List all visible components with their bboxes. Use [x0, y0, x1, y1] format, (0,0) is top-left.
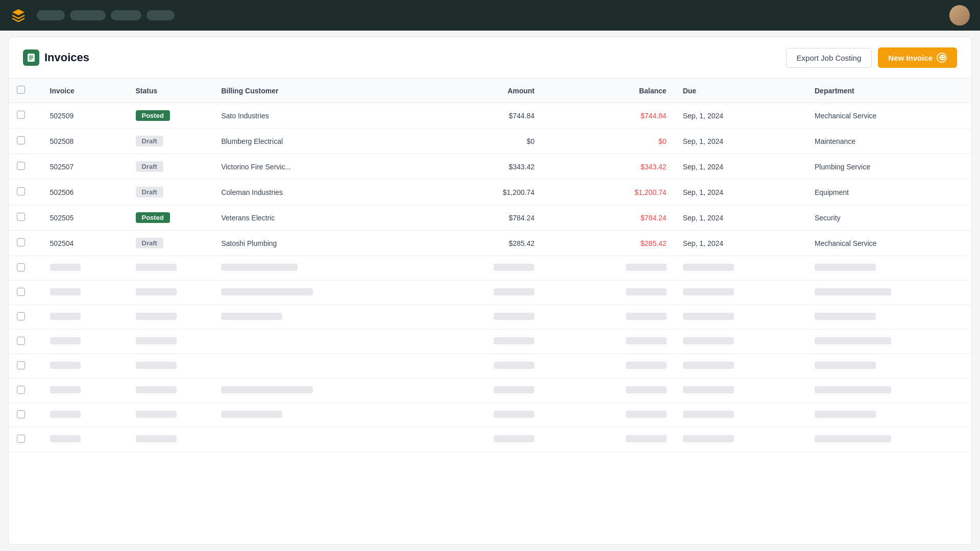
row-status: Draft [128, 231, 213, 256]
skeleton-row [9, 428, 971, 452]
row-checkbox[interactable] [17, 136, 25, 144]
skeleton-row [9, 379, 971, 403]
col-header-customer[interactable]: Billing Customer [213, 79, 411, 103]
skeleton-bar [815, 288, 891, 295]
skeleton-bar [136, 411, 177, 418]
row-customer: Veterans Electric [213, 205, 411, 231]
col-header-invoice[interactable]: Invoice [42, 79, 128, 103]
skeleton-checkbox[interactable] [17, 361, 25, 369]
skeleton-row [9, 305, 971, 330]
skeleton-cell [411, 403, 543, 428]
col-header-status[interactable]: Status [128, 79, 213, 103]
app-logo[interactable] [10, 7, 27, 23]
nav-pill-4[interactable] [146, 10, 175, 20]
row-due: Sep, 1, 2024 [675, 231, 806, 256]
status-badge: Draft [136, 136, 163, 146]
skeleton-checkbox[interactable] [17, 410, 25, 418]
skeleton-bar [815, 411, 876, 418]
skeleton-bar [683, 435, 734, 442]
row-due: Sep, 1, 2024 [675, 103, 806, 129]
skeleton-cell [42, 379, 128, 403]
row-checkbox[interactable] [17, 111, 25, 119]
row-balance: $744.84 [543, 103, 674, 129]
row-department: Equipment [806, 180, 971, 205]
skeleton-bar [683, 337, 734, 344]
skeleton-cell [42, 330, 128, 354]
row-checkbox[interactable] [17, 238, 25, 246]
row-department: Mechanical Service [806, 103, 971, 129]
row-amount: $744.84 [411, 103, 543, 129]
table-row[interactable]: 502508 Draft Blumberg Electrical $0 $0 S… [9, 129, 971, 154]
table-row[interactable]: 502505 Posted Veterans Electric $784.24 … [9, 205, 971, 231]
table-row[interactable]: 502509 Posted Sato Industries $744.84 $7… [9, 103, 971, 129]
skeleton-bar [136, 288, 177, 295]
skeleton-check [9, 403, 42, 428]
row-due: Sep, 1, 2024 [675, 154, 806, 180]
table-row[interactable]: 502507 Draft Victorino Fire Servic... $3… [9, 154, 971, 180]
col-header-department[interactable]: Department [806, 79, 971, 103]
invoices-icon [23, 49, 39, 66]
skeleton-cell [213, 403, 411, 428]
skeleton-cell [675, 281, 806, 305]
skeleton-cell [806, 305, 971, 330]
skeleton-bar [221, 288, 313, 295]
skeleton-bar [494, 362, 534, 369]
skeleton-cell [42, 354, 128, 379]
row-invoice-number: 502506 [42, 180, 128, 205]
skeleton-bar [683, 288, 734, 295]
export-job-costing-button[interactable]: Export Job Costing [786, 48, 872, 68]
col-header-balance[interactable]: Balance [543, 79, 674, 103]
row-checkbox-cell [9, 205, 42, 231]
skeleton-check [9, 281, 42, 305]
skeleton-checkbox[interactable] [17, 435, 25, 443]
row-checkbox[interactable] [17, 213, 25, 221]
col-header-amount[interactable]: Amount [411, 79, 543, 103]
select-all-checkbox[interactable] [17, 86, 25, 94]
row-status: Posted [128, 205, 213, 231]
skeleton-checkbox[interactable] [17, 263, 25, 271]
new-invoice-label: New Invoice [888, 54, 933, 62]
skeleton-bar [626, 264, 667, 271]
row-checkbox[interactable] [17, 162, 25, 170]
skeleton-bar [50, 435, 81, 442]
new-invoice-button[interactable]: New Invoice ⊕ [878, 47, 957, 68]
skeleton-bar [626, 362, 667, 369]
skeleton-bar [815, 386, 891, 393]
skeleton-checkbox[interactable] [17, 312, 25, 320]
skeleton-cell [128, 256, 213, 281]
skeleton-bar [494, 337, 534, 344]
skeleton-cell [543, 330, 674, 354]
row-checkbox-cell [9, 129, 42, 154]
skeleton-bar [50, 411, 81, 418]
skeleton-checkbox[interactable] [17, 337, 25, 345]
skeleton-cell [128, 354, 213, 379]
skeleton-checkbox[interactable] [17, 386, 25, 394]
topbar [0, 0, 980, 31]
row-checkbox[interactable] [17, 187, 25, 195]
skeleton-bar [626, 435, 667, 442]
skeleton-bar [626, 337, 667, 344]
row-customer: Sato Industries [213, 103, 411, 129]
skeleton-bar [221, 386, 313, 393]
skeleton-cell [675, 403, 806, 428]
col-header-due[interactable]: Due [675, 79, 806, 103]
row-checkbox-cell [9, 154, 42, 180]
skeleton-bar [494, 264, 534, 271]
nav-pill-3[interactable] [111, 10, 141, 20]
table-row[interactable]: 502506 Draft Coleman Industries $1,200.7… [9, 180, 971, 205]
skeleton-cell [411, 256, 543, 281]
nav-pill-1[interactable] [37, 10, 65, 20]
row-checkbox-cell [9, 231, 42, 256]
user-avatar[interactable] [949, 5, 970, 26]
row-balance: $784.24 [543, 205, 674, 231]
row-amount: $343.42 [411, 154, 543, 180]
table-row[interactable]: 502504 Draft Satoshi Plumbing $285.42 $2… [9, 231, 971, 256]
invoices-table: Invoice Status Billing Customer Amount B… [9, 79, 971, 452]
skeleton-bar [815, 313, 876, 320]
skeleton-cell [675, 428, 806, 452]
skeleton-checkbox[interactable] [17, 288, 25, 296]
skeleton-cell [806, 403, 971, 428]
skeleton-cell [128, 281, 213, 305]
nav-pill-2[interactable] [70, 10, 106, 20]
status-badge: Draft [136, 187, 163, 197]
